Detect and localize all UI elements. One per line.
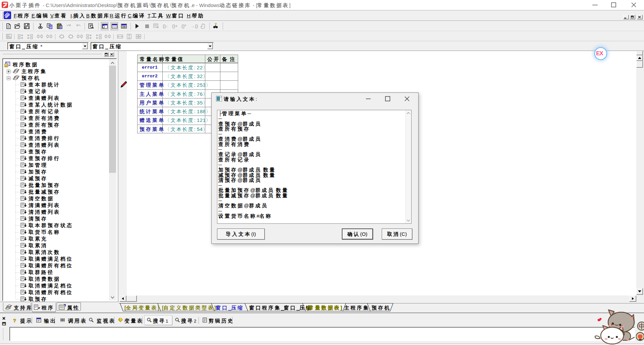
svg-text:e: e <box>5 64 7 67</box>
svg-text:?: ? <box>13 318 16 323</box>
